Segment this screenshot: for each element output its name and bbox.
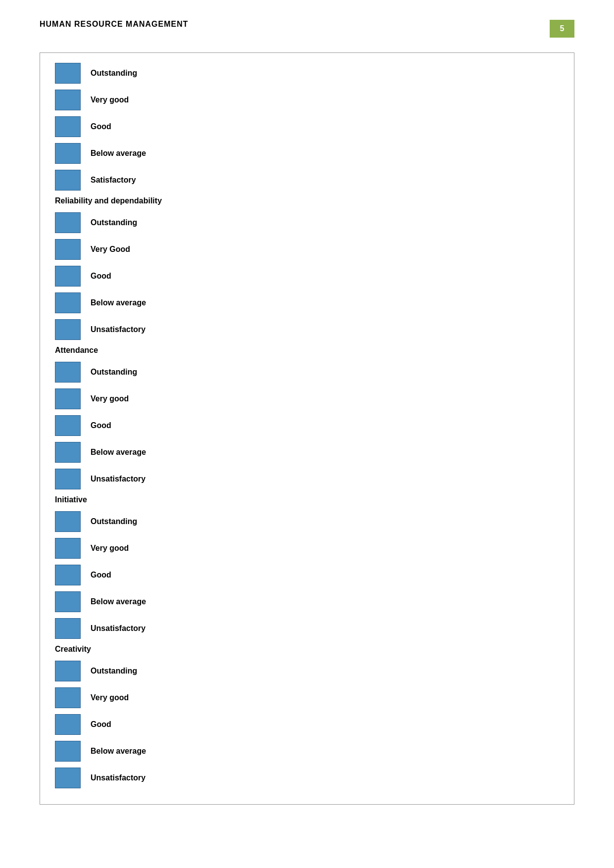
rating-label: Very Good — [91, 245, 130, 254]
rating-item: Unsatisfactory — [55, 319, 559, 340]
rating-checkbox[interactable] — [55, 239, 81, 260]
rating-item: Very good — [55, 687, 559, 708]
rating-checkbox[interactable] — [55, 170, 81, 191]
header: HUMAN RESOURCE MANAGEMENT 5 — [40, 20, 574, 38]
rating-checkbox[interactable] — [55, 661, 81, 681]
rating-checkbox[interactable] — [55, 687, 81, 708]
rating-label: Below average — [91, 149, 146, 158]
rating-item: Unsatisfactory — [55, 618, 559, 639]
rating-item: Good — [55, 565, 559, 585]
rating-checkbox[interactable] — [55, 538, 81, 559]
rating-label: Very good — [91, 693, 129, 702]
rating-checkbox[interactable] — [55, 90, 81, 110]
rating-item: Very good — [55, 538, 559, 559]
rating-item: Below average — [55, 143, 559, 164]
rating-checkbox[interactable] — [55, 362, 81, 383]
rating-item: Below average — [55, 292, 559, 313]
rating-checkbox[interactable] — [55, 292, 81, 313]
rating-item: Very Good — [55, 239, 559, 260]
rating-checkbox[interactable] — [55, 388, 81, 409]
rating-item: Outstanding — [55, 661, 559, 681]
rating-item: Outstanding — [55, 362, 559, 383]
rating-label: Unsatisfactory — [91, 624, 145, 633]
rating-checkbox[interactable] — [55, 212, 81, 233]
rating-checkbox[interactable] — [55, 565, 81, 585]
rating-label: Outstanding — [91, 667, 137, 675]
rating-label: Good — [91, 421, 111, 430]
rating-checkbox[interactable] — [55, 741, 81, 762]
section-heading-attendance: Attendance — [55, 346, 559, 355]
rating-item: Unsatisfactory — [55, 768, 559, 788]
rating-checkbox[interactable] — [55, 768, 81, 788]
rating-label: Below average — [91, 747, 146, 756]
rating-item: Below average — [55, 741, 559, 762]
rating-checkbox[interactable] — [55, 714, 81, 735]
page-title: HUMAN RESOURCE MANAGEMENT — [40, 20, 189, 29]
rating-label: Very good — [91, 544, 129, 553]
rating-checkbox[interactable] — [55, 266, 81, 287]
rating-label: Good — [91, 272, 111, 281]
rating-checkbox[interactable] — [55, 143, 81, 164]
rating-checkbox[interactable] — [55, 415, 81, 436]
rating-checkbox[interactable] — [55, 63, 81, 84]
rating-item: Outstanding — [55, 63, 559, 84]
rating-label: Outstanding — [91, 69, 137, 78]
rating-label: Outstanding — [91, 218, 137, 227]
rating-item: Satisfactory — [55, 170, 559, 191]
rating-checkbox[interactable] — [55, 442, 81, 463]
rating-label: Very good — [91, 96, 129, 104]
rating-label: Good — [91, 571, 111, 579]
rating-checkbox[interactable] — [55, 511, 81, 532]
rating-item: Good — [55, 714, 559, 735]
rating-label: Good — [91, 122, 111, 131]
rating-item: Good — [55, 116, 559, 137]
rating-checkbox[interactable] — [55, 319, 81, 340]
rating-label: Satisfactory — [91, 176, 136, 185]
section-heading-reliability: Reliability and dependability — [55, 196, 559, 205]
rating-item: Very good — [55, 388, 559, 409]
rating-checkbox[interactable] — [55, 618, 81, 639]
rating-label: Below average — [91, 597, 146, 606]
rating-label: Unsatisfactory — [91, 475, 145, 483]
section-heading-creativity: Creativity — [55, 645, 559, 654]
rating-item: Outstanding — [55, 511, 559, 532]
rating-label: Below average — [91, 298, 146, 307]
rating-item: Very good — [55, 90, 559, 110]
rating-item: Below average — [55, 442, 559, 463]
rating-item: Good — [55, 266, 559, 287]
rating-checkbox[interactable] — [55, 469, 81, 489]
rating-checkbox[interactable] — [55, 116, 81, 137]
rating-item: Good — [55, 415, 559, 436]
rating-label: Very good — [91, 394, 129, 403]
rating-label: Unsatisfactory — [91, 325, 145, 334]
rating-item: Below average — [55, 591, 559, 612]
page-number: 5 — [550, 20, 574, 38]
rating-label: Below average — [91, 448, 146, 457]
content-box: OutstandingVery goodGoodBelow averageSat… — [40, 52, 574, 805]
rating-label: Outstanding — [91, 517, 137, 526]
page: HUMAN RESOURCE MANAGEMENT 5 OutstandingV… — [0, 0, 614, 868]
rating-item: Outstanding — [55, 212, 559, 233]
rating-label: Outstanding — [91, 368, 137, 377]
section-heading-initiative: Initiative — [55, 495, 559, 504]
rating-checkbox[interactable] — [55, 591, 81, 612]
rating-item: Unsatisfactory — [55, 469, 559, 489]
rating-label: Good — [91, 720, 111, 729]
rating-label: Unsatisfactory — [91, 773, 145, 782]
